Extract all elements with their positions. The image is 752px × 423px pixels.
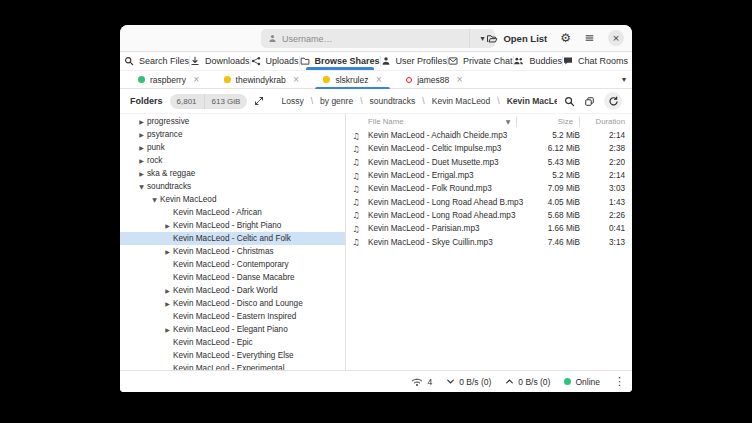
tree-item-kevin-macleod-eastern-inspired[interactable]: Kevin MacLeod - Eastern Inspired [120, 310, 345, 323]
close-icon[interactable]: × [375, 76, 382, 84]
window-close-button[interactable]: × [608, 30, 624, 46]
triangle-right-icon[interactable]: ▶ [162, 287, 173, 294]
tree-item-kevin-macleod-experimental[interactable]: Kevin MacLeod - Experimental [120, 362, 345, 370]
tree-item-progressive[interactable]: ▶progressive [120, 115, 345, 128]
tree-item-kevin-macleod-celtic-and-folk[interactable]: Kevin MacLeod - Celtic and Folk [120, 232, 345, 245]
tree-item-kevin-macleod-elegant-piano[interactable]: ▶Kevin MacLeod - Elegant Piano [120, 323, 345, 336]
tab-browse-shares[interactable]: Browse Shares [300, 52, 380, 70]
save-list-button[interactable] [584, 96, 595, 107]
triangle-down-icon[interactable]: ▼ [149, 196, 160, 203]
browse-content: ▶progressive▶psytrance▶punk▶rock▶ska & r… [120, 113, 632, 370]
close-icon[interactable]: × [456, 76, 463, 84]
triangle-down-icon[interactable]: ▼ [136, 183, 147, 190]
breadcrumb-item-by-genre[interactable]: by genre [320, 96, 353, 106]
user-tab-thewindykrab[interactable]: thewindykrab× [212, 71, 312, 88]
search-share-button[interactable] [564, 96, 575, 107]
preferences-button[interactable]: ⚙ [560, 32, 571, 44]
upload-rate[interactable]: 0 B/s (0) [505, 377, 550, 387]
file-name-column-header[interactable]: File Name [366, 117, 500, 126]
tree-item-kevin-macleod-danse-macabre[interactable]: Kevin MacLeod - Danse Macabre [120, 271, 345, 284]
triangle-right-icon[interactable]: ▶ [136, 144, 147, 151]
triangle-right-icon[interactable]: ▶ [162, 248, 173, 255]
folder-icon [300, 56, 310, 66]
tree-item-kevin-macleod-christmas[interactable]: ▶Kevin MacLeod - Christmas [120, 245, 345, 258]
menu-button[interactable] [584, 33, 595, 43]
tree-item-label: Kevin MacLeod - Elegant Piano [173, 325, 288, 334]
music-note-icon: ♫ [346, 210, 366, 220]
file-duration-cell: 2:14 [580, 171, 632, 180]
user-tab-james88[interactable]: james88× [394, 71, 475, 88]
username-placeholder: Username… [282, 34, 333, 44]
tree-item-kevin-macleod-african[interactable]: Kevin MacLeod - African [120, 206, 345, 219]
table-row[interactable]: ♫Kevin MacLeod - Folk Round.mp37.09 MiB3… [346, 182, 632, 195]
tree-item-kevin-macleod[interactable]: ▼Kevin MacLeod [120, 193, 345, 206]
duration-column-header[interactable]: Duration [580, 117, 632, 126]
tree-item-kevin-macleod-everything-else[interactable]: Kevin MacLeod - Everything Else [120, 349, 345, 362]
table-row[interactable]: ♫Kevin MacLeod - Skye Cuillin.mp37.46 Mi… [346, 235, 632, 248]
file-name-cell: Kevin MacLeod - Errigal.mp3 [366, 171, 524, 180]
triangle-right-icon[interactable]: ▶ [136, 157, 147, 164]
expand-all-button[interactable] [254, 96, 264, 106]
open-list-button[interactable]: Open List [486, 33, 547, 44]
triangle-right-icon[interactable]: ▶ [136, 131, 147, 138]
triangle-right-icon[interactable]: ▶ [162, 326, 173, 333]
user-tab-label: slskrulez [335, 75, 368, 85]
table-row[interactable]: ♫Kevin MacLeod - Achaidh Cheide.mp35.2 M… [346, 129, 632, 142]
tab-uploads[interactable]: Uploads [251, 52, 299, 70]
triangle-right-icon[interactable]: ▶ [162, 222, 173, 229]
download-rate[interactable]: 0 B/s (0) [446, 377, 491, 387]
kebab-menu-icon[interactable]: ⋮ [614, 375, 625, 388]
tree-item-kevin-macleod-dark-world[interactable]: ▶Kevin MacLeod - Dark World [120, 284, 345, 297]
table-row[interactable]: ♫Kevin MacLeod - Parisian.mp31.66 MiB0:4… [346, 222, 632, 235]
tab-buddies[interactable]: Buddies [513, 52, 562, 70]
tree-item-ska-reggae[interactable]: ▶ska & reggae [120, 167, 345, 180]
tree-item-kevin-macleod-contemporary[interactable]: Kevin MacLeod - Contemporary [120, 258, 345, 271]
triangle-right-icon[interactable]: ▶ [136, 170, 147, 177]
breadcrumb-item-lossy[interactable]: Lossy [281, 96, 303, 106]
close-icon[interactable]: × [193, 76, 200, 84]
table-row[interactable]: ♫Kevin MacLeod - Errigal.mp35.2 MiB2:14 [346, 169, 632, 182]
size-column-header[interactable]: Size [517, 117, 573, 126]
user-tab-raspberry[interactable]: raspberry× [126, 71, 212, 88]
tree-item-punk[interactable]: ▶punk [120, 141, 345, 154]
breadcrumb-separator: \ [497, 96, 499, 106]
breadcrumb-item-kevin-macleod-celtic-and-folk[interactable]: Kevin MacLeod - Celtic and Folk ▼ [507, 96, 557, 106]
tree-item-kevin-macleod-disco-and-lounge[interactable]: ▶Kevin MacLeod - Disco and Lounge [120, 297, 345, 310]
table-row[interactable]: ♫Kevin MacLeod - Duet Musette.mp35.43 Mi… [346, 156, 632, 169]
tree-item-kevin-macleod-bright-piano[interactable]: ▶Kevin MacLeod - Bright Piano [120, 219, 345, 232]
triangle-right-icon[interactable]: ▶ [162, 300, 173, 307]
online-status[interactable]: Online [564, 377, 600, 387]
share-icon [251, 56, 261, 66]
tree-item-psytrance[interactable]: ▶psytrance [120, 128, 345, 141]
username-input[interactable]: Username… [261, 29, 469, 48]
refresh-button[interactable] [604, 92, 622, 110]
dropdown-icon: ▾ [480, 35, 484, 43]
user-tabs-overflow-button[interactable]: ▾ [622, 71, 626, 88]
tab-label: Uploads [266, 56, 299, 66]
tab-chat-rooms[interactable]: Chat Rooms [563, 52, 628, 70]
tab-search-files[interactable]: Search Files [124, 52, 189, 70]
close-icon[interactable]: × [293, 76, 300, 84]
table-row[interactable]: ♫Kevin MacLeod - Celtic Impulse.mp36.12 … [346, 142, 632, 155]
table-row[interactable]: ♫Kevin MacLeod - Long Road Ahead.mp35.68… [346, 209, 632, 222]
tree-item-kevin-macleod-epic[interactable]: Kevin MacLeod - Epic [120, 336, 345, 349]
file-name-cell: Kevin MacLeod - Long Road Ahead B.mp3 [366, 198, 524, 207]
triangle-right-icon[interactable]: ▶ [136, 118, 147, 125]
table-row[interactable]: ♫Kevin MacLeod - Long Road Ahead B.mp34.… [346, 195, 632, 208]
tab-user-profiles[interactable]: User Profiles [381, 52, 448, 70]
status-bar: 4 0 B/s (0) 0 B/s (0) Online ⋮ [120, 370, 632, 392]
tree-item-soundtracks[interactable]: ▼soundtracks [120, 180, 345, 193]
breadcrumb-item-kevin-macleod[interactable]: Kevin MacLeod [432, 96, 491, 106]
tab-private-chat[interactable]: Private Chat [448, 52, 513, 70]
tab-downloads[interactable]: Downloads [190, 52, 250, 70]
breadcrumb-item-soundtracks[interactable]: soundtracks [370, 96, 416, 106]
user-status-offline-icon [406, 77, 412, 83]
tree-item-rock[interactable]: ▶rock [120, 154, 345, 167]
upload-rate-value: 0 B/s (0) [518, 377, 550, 387]
file-name-cell: Kevin MacLeod - Celtic Impulse.mp3 [366, 144, 524, 153]
breadcrumb-separator: \ [311, 96, 313, 106]
file-size-cell: 5.68 MiB [524, 211, 580, 220]
connection-status[interactable]: 4 [411, 377, 432, 387]
user-tab-slskrulez[interactable]: slskrulez× [311, 71, 394, 88]
file-duration-cell: 2:14 [580, 131, 632, 140]
